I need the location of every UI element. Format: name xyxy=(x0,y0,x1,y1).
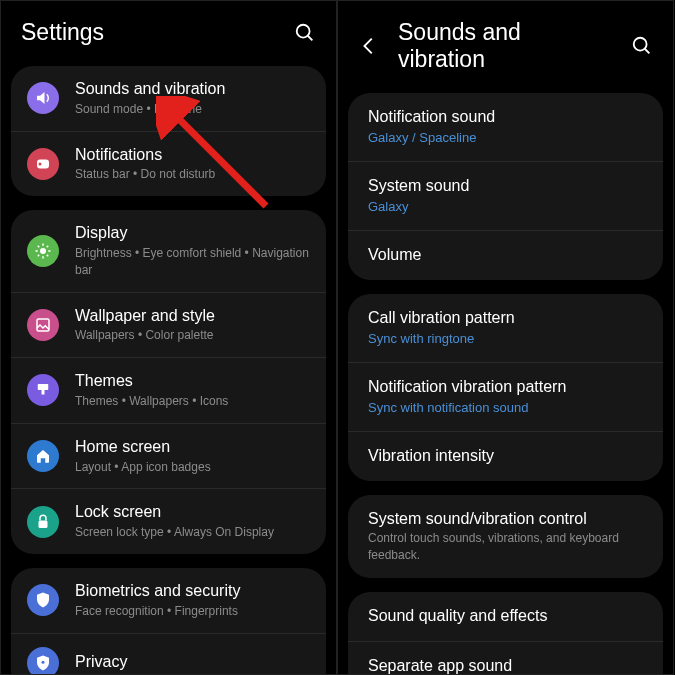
row-sub: Screen lock type • Always On Display xyxy=(75,524,310,541)
settings-row-sounds-and-vibration[interactable]: Sounds and vibrationSound mode • Rington… xyxy=(11,66,326,132)
search-icon[interactable] xyxy=(631,35,653,57)
row-title: System sound/vibration control xyxy=(368,509,643,530)
row-title: Lock screen xyxy=(75,502,310,523)
row-sub: Control touch sounds, vibrations, and ke… xyxy=(368,530,643,564)
settings-group: Sounds and vibrationSound mode • Rington… xyxy=(11,66,326,196)
sounds-list: Notification soundGalaxy / SpacelineSyst… xyxy=(338,93,673,675)
row-sub: Galaxy / Spaceline xyxy=(368,129,643,147)
sounds-group: Sound quality and effectsSeparate app so… xyxy=(348,592,663,675)
pic-icon xyxy=(27,309,59,341)
svg-point-17 xyxy=(42,660,45,663)
notif-icon xyxy=(27,148,59,180)
svg-rect-15 xyxy=(42,390,45,395)
svg-line-20 xyxy=(645,49,650,54)
svg-point-19 xyxy=(634,38,647,51)
sounds-row-system-sound-vibration-control[interactable]: System sound/vibration controlControl to… xyxy=(348,495,663,578)
row-title: Sounds and vibration xyxy=(75,79,310,100)
svg-point-4 xyxy=(40,248,46,254)
row-title: Notification vibration pattern xyxy=(368,377,643,398)
row-title: Vibration intensity xyxy=(368,446,643,467)
row-sub: Sync with ringtone xyxy=(368,330,643,348)
shield-icon xyxy=(27,584,59,616)
svg-rect-13 xyxy=(37,319,49,331)
sounds-row-separate-app-sound[interactable]: Separate app soundPlay media sound from … xyxy=(348,642,663,675)
page-title: Settings xyxy=(21,19,276,46)
row-sub: Face recognition • Fingerprints xyxy=(75,603,310,620)
row-title: Biometrics and security xyxy=(75,581,310,602)
sounds-row-call-vibration-pattern[interactable]: Call vibration patternSync with ringtone xyxy=(348,294,663,363)
settings-group: Biometrics and securityFace recognition … xyxy=(11,568,326,675)
svg-point-3 xyxy=(39,162,42,165)
sound-icon xyxy=(27,82,59,114)
settings-row-notifications[interactable]: NotificationsStatus bar • Do not disturb xyxy=(11,132,326,197)
settings-row-privacy[interactable]: Privacy xyxy=(11,634,326,675)
sounds-row-system-sound[interactable]: System soundGalaxy xyxy=(348,162,663,231)
settings-row-lock-screen[interactable]: Lock screenScreen lock type • Always On … xyxy=(11,489,326,554)
row-title: Notification sound xyxy=(368,107,643,128)
row-title: System sound xyxy=(368,176,643,197)
sounds-group: System sound/vibration controlControl to… xyxy=(348,495,663,578)
row-title: Display xyxy=(75,223,310,244)
header: Sounds and vibration xyxy=(338,1,673,93)
row-title: Wallpaper and style xyxy=(75,306,310,327)
sun-icon xyxy=(27,235,59,267)
settings-row-wallpaper-and-style[interactable]: Wallpaper and styleWallpapers • Color pa… xyxy=(11,293,326,359)
page-title: Sounds and vibration xyxy=(398,19,613,73)
settings-row-biometrics-and-security[interactable]: Biometrics and securityFace recognition … xyxy=(11,568,326,634)
search-icon[interactable] xyxy=(294,22,316,44)
settings-group: DisplayBrightness • Eye comfort shield •… xyxy=(11,210,326,554)
sounds-row-notification-vibration-pattern[interactable]: Notification vibration patternSync with … xyxy=(348,363,663,432)
settings-row-themes[interactable]: ThemesThemes • Wallpapers • Icons xyxy=(11,358,326,424)
svg-line-10 xyxy=(47,255,49,257)
svg-rect-14 xyxy=(38,384,49,390)
svg-line-12 xyxy=(47,246,49,248)
lock-icon xyxy=(27,506,59,538)
sounds-group: Notification soundGalaxy / SpacelineSyst… xyxy=(348,93,663,280)
sounds-row-vibration-intensity[interactable]: Vibration intensity xyxy=(348,432,663,481)
row-title: Volume xyxy=(368,245,643,266)
settings-screen: Settings Sounds and vibrationSound mode … xyxy=(0,0,337,675)
row-sub: Layout • App icon badges xyxy=(75,459,310,476)
theme-icon xyxy=(27,374,59,406)
header: Settings xyxy=(1,1,336,66)
sounds-row-sound-quality-and-effects[interactable]: Sound quality and effects xyxy=(348,592,663,642)
row-title: Home screen xyxy=(75,437,310,458)
row-sub: Wallpapers • Color palette xyxy=(75,327,310,344)
row-title: Notifications xyxy=(75,145,310,166)
back-icon[interactable] xyxy=(358,35,380,57)
row-sub: Sound mode • Ringtone xyxy=(75,101,310,118)
row-title: Sound quality and effects xyxy=(368,606,643,627)
svg-line-1 xyxy=(308,35,313,40)
sounds-group: Call vibration patternSync with ringtone… xyxy=(348,294,663,481)
row-title: Separate app sound xyxy=(368,656,643,675)
svg-line-9 xyxy=(38,246,40,248)
row-sub: Themes • Wallpapers • Icons xyxy=(75,393,310,410)
row-title: Privacy xyxy=(75,652,310,673)
row-sub: Brightness • Eye comfort shield • Naviga… xyxy=(75,245,310,279)
home-icon xyxy=(27,440,59,472)
settings-row-display[interactable]: DisplayBrightness • Eye comfort shield •… xyxy=(11,210,326,292)
settings-list: Sounds and vibrationSound mode • Rington… xyxy=(1,66,336,675)
row-title: Themes xyxy=(75,371,310,392)
row-title: Call vibration pattern xyxy=(368,308,643,329)
svg-point-0 xyxy=(297,24,310,37)
settings-row-home-screen[interactable]: Home screenLayout • App icon badges xyxy=(11,424,326,490)
row-sub: Status bar • Do not disturb xyxy=(75,166,310,183)
sounds-row-volume[interactable]: Volume xyxy=(348,231,663,280)
privacy-icon xyxy=(27,647,59,675)
sounds-row-notification-sound[interactable]: Notification soundGalaxy / Spaceline xyxy=(348,93,663,162)
svg-line-11 xyxy=(38,255,40,257)
row-sub: Galaxy xyxy=(368,198,643,216)
sounds-vibration-screen: Sounds and vibration Notification soundG… xyxy=(337,0,674,675)
row-sub: Sync with notification sound xyxy=(368,399,643,417)
svg-rect-16 xyxy=(39,520,48,528)
